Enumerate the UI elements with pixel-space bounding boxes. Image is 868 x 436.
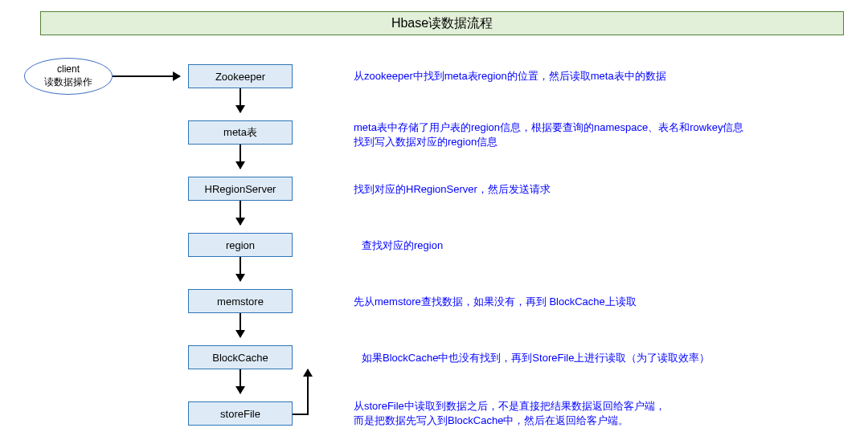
node-memstore: memstore [188,289,293,313]
node-label: BlockCache [212,352,268,364]
node-label: region [226,239,255,251]
client-node: client 读数据操作 [24,58,113,95]
node-zookeeper: Zookeeper [188,64,293,88]
diagram-title: Hbase读数据流程 [40,11,844,35]
arrow-0-1 [240,88,241,112]
arrow-5-6 [240,369,241,393]
node-label: storeFile [220,408,260,420]
node-label: meta表 [223,125,257,140]
node-label: Zookeeper [215,71,265,83]
node-label: memstore [217,295,264,308]
node-hregionserver: HRegionServer [188,177,293,201]
arrow-2-3 [240,201,241,225]
desc-storefile: 从storeFile中读取到数据之后，不是直接把结果数据返回给客户端， 而是把数… [354,399,665,428]
arrow-client-zookeeper [113,75,180,77]
node-blockcache: BlockCache [188,345,293,369]
node-label: HRegionServer [205,183,276,195]
desc-region: 查找对应的region [362,238,443,253]
desc-blockcache: 如果BlockCache中也没有找到，再到StoreFile上进行读取（为了读取… [362,351,710,365]
client-label-1: client [57,63,80,76]
desc-hregionserver: 找到对应的HRegionServer，然后发送请求 [354,182,551,197]
title-text: Hbase读数据流程 [391,15,493,32]
client-label-2: 读数据操作 [44,76,92,89]
node-meta: meta表 [188,120,293,145]
arrow-4-5 [240,313,241,337]
node-region: region [188,233,293,257]
arrow-3-4 [240,257,241,281]
desc-zookeeper: 从zookeeper中找到meta表region的位置，然后读取meta表中的数… [354,69,666,84]
desc-meta: meta表中存储了用户表的region信息，根据要查询的namespace、表名… [354,120,743,149]
node-storefile: storeFile [188,401,293,426]
arrow-1-2 [240,145,241,169]
desc-memstore: 先从memstore查找数据，如果没有，再到 BlockCache上读取 [354,295,637,309]
